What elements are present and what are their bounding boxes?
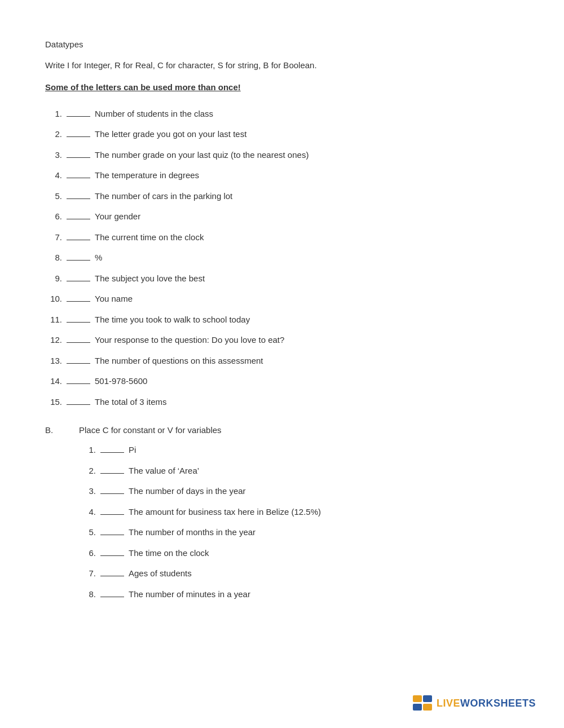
item-text: The number of days in the year <box>129 485 246 498</box>
section-b-header-text: Place C for constant or V for variables <box>79 425 222 435</box>
logo-icon <box>413 695 433 711</box>
item-text: The total of 3 items <box>95 396 167 409</box>
answer-blank[interactable] <box>100 567 124 576</box>
list-item: 8.The number of minutes in a year <box>79 588 519 601</box>
item-number: 3. <box>79 485 100 498</box>
answer-blank[interactable] <box>67 128 90 137</box>
item-text: The letter grade you got on your last te… <box>95 128 246 141</box>
list-item: 1.Pi <box>79 444 519 457</box>
item-text: The amount for business tax here in Beli… <box>129 506 321 519</box>
list-item: 7.The current time on the clock <box>45 231 519 244</box>
item-text: The current time on the clock <box>95 231 204 244</box>
item-text: Pi <box>129 444 136 457</box>
answer-blank[interactable] <box>67 190 90 199</box>
answer-blank[interactable] <box>67 375 90 384</box>
item-number: 14. <box>45 375 67 388</box>
instruction-text: Write I for Integer, R for Real, C for c… <box>45 59 519 72</box>
item-number: 1. <box>45 108 67 121</box>
answer-blank[interactable] <box>67 252 90 261</box>
answer-blank[interactable] <box>100 506 124 515</box>
section-b: B. Place C for constant or V for variabl… <box>45 425 519 601</box>
item-text: 501-978-5600 <box>95 375 147 388</box>
page-title: Datatypes <box>45 39 519 49</box>
list-item: 8.% <box>45 252 519 264</box>
item-text: The number grade on your last quiz (to t… <box>95 149 309 162</box>
section-b-label: B. <box>45 425 79 435</box>
item-number: 5. <box>45 190 67 203</box>
item-number: 6. <box>45 210 67 223</box>
section-a-list: 1.Number of students in the class2.The l… <box>45 108 519 409</box>
list-item: 3.The number grade on your last quiz (to… <box>45 149 519 162</box>
item-number: 1. <box>79 444 100 457</box>
item-number: 10. <box>45 293 67 306</box>
section-b-header-row: B. Place C for constant or V for variabl… <box>45 425 519 435</box>
item-number: 11. <box>45 314 67 327</box>
page: Datatypes Write I for Integer, R for Rea… <box>0 0 564 728</box>
answer-blank[interactable] <box>100 485 124 494</box>
item-number: 9. <box>45 272 67 285</box>
logo-square-2 <box>423 695 432 702</box>
list-item: 5.The number of months in the year <box>79 526 519 539</box>
item-number: 2. <box>45 128 67 141</box>
section-a: 1.Number of students in the class2.The l… <box>45 108 519 409</box>
item-text: You name <box>95 293 133 306</box>
item-text: The number of questions on this assessme… <box>95 355 263 368</box>
logo-square-1 <box>413 695 422 702</box>
item-text: % <box>95 252 102 264</box>
item-text: The temperature in degrees <box>95 169 199 182</box>
item-number: 5. <box>79 526 100 539</box>
item-number: 7. <box>79 567 100 580</box>
section-b-list: 1.Pi2.The value of ‘Area’3.The number of… <box>45 444 519 601</box>
item-text: The subject you love the best <box>95 272 205 285</box>
item-text: Your response to the question: Do you lo… <box>95 334 284 347</box>
item-number: 3. <box>45 149 67 162</box>
answer-blank[interactable] <box>67 396 90 405</box>
list-item: 3.The number of days in the year <box>79 485 519 498</box>
answer-blank[interactable] <box>67 149 90 158</box>
item-text: Number of students in the class <box>95 108 213 121</box>
item-text: Ages of students <box>129 567 192 580</box>
answer-blank[interactable] <box>67 169 90 178</box>
list-item: 6.The time on the clock <box>79 547 519 560</box>
answer-blank[interactable] <box>67 108 90 117</box>
answer-blank[interactable] <box>67 334 90 343</box>
list-item: 11.The time you took to walk to school t… <box>45 314 519 327</box>
logo-square-4 <box>423 704 432 711</box>
item-text: The number of months in the year <box>129 526 255 539</box>
answer-blank[interactable] <box>67 355 90 364</box>
answer-blank[interactable] <box>100 588 124 597</box>
item-text: The number of cars in the parking lot <box>95 190 232 203</box>
list-item: 10.You name <box>45 293 519 306</box>
list-item: 7.Ages of students <box>79 567 519 580</box>
item-number: 8. <box>45 252 67 264</box>
list-item: 6.Your gender <box>45 210 519 223</box>
liveworksheets-logo: LIVEWORKSHEETS <box>413 695 536 711</box>
item-text: The time on the clock <box>129 547 209 560</box>
logo-text: LIVEWORKSHEETS <box>437 698 536 709</box>
answer-blank[interactable] <box>100 465 124 474</box>
answer-blank[interactable] <box>67 210 90 219</box>
item-number: 13. <box>45 355 67 368</box>
answer-blank[interactable] <box>67 293 90 302</box>
list-item: 9.The subject you love the best <box>45 272 519 285</box>
list-item: 2.The letter grade you got on your last … <box>45 128 519 141</box>
list-item: 4.The amount for business tax here in Be… <box>79 506 519 519</box>
item-number: 2. <box>79 465 100 478</box>
answer-blank[interactable] <box>67 272 90 281</box>
answer-blank[interactable] <box>100 444 124 453</box>
answer-blank[interactable] <box>67 231 90 240</box>
logo-live: LIVE <box>437 698 460 709</box>
list-item: 12.Your response to the question: Do you… <box>45 334 519 347</box>
bold-note: Some of the letters can be used more tha… <box>45 82 519 92</box>
list-item: 1.Number of students in the class <box>45 108 519 121</box>
list-item: 5.The number of cars in the parking lot <box>45 190 519 203</box>
item-number: 4. <box>79 506 100 519</box>
item-number: 7. <box>45 231 67 244</box>
answer-blank[interactable] <box>100 526 124 535</box>
list-item: 2.The value of ‘Area’ <box>79 465 519 478</box>
answer-blank[interactable] <box>67 314 90 323</box>
item-number: 4. <box>45 169 67 182</box>
list-item: 4.The temperature in degrees <box>45 169 519 182</box>
answer-blank[interactable] <box>100 547 124 556</box>
item-text: The time you took to walk to school toda… <box>95 314 250 327</box>
